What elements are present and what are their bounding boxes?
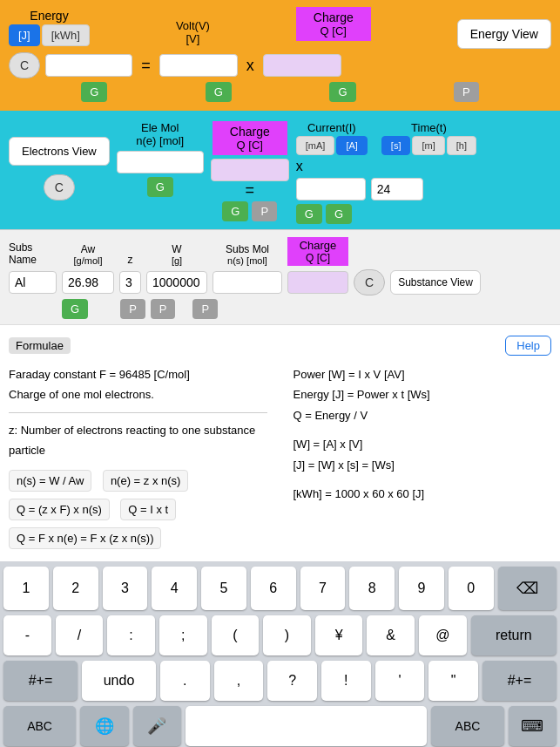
key-4[interactable]: 4 — [152, 567, 197, 610]
unit-kwh-btn[interactable]: [kWh] — [42, 24, 90, 46]
right-formula2: Energy [J] = Power x t [Ws] — [293, 384, 552, 404]
eq-sign: = — [141, 57, 151, 75]
key-yen[interactable]: ¥ — [315, 615, 363, 655]
time-s-btn[interactable]: [s] — [381, 136, 411, 155]
subs-name-input[interactable] — [9, 271, 57, 294]
key-5[interactable]: 5 — [201, 567, 246, 610]
key-comma[interactable]: , — [214, 661, 264, 701]
formula5: Q = F x n(e) = F x (z x n(s)) — [9, 527, 161, 549]
electrons-c-button[interactable]: C — [44, 174, 75, 200]
globe-button[interactable]: 🌐 — [80, 706, 128, 746]
subs-charge-label: Charge — [294, 239, 341, 252]
key-colon[interactable]: : — [107, 615, 155, 655]
ele-mol-unit: n(e) [mol] — [136, 134, 184, 147]
electrons-right-g-button[interactable]: G — [296, 204, 322, 224]
abc-left-button[interactable]: ABC — [3, 706, 76, 746]
hash-plus-equal-right[interactable]: #+= — [482, 661, 557, 701]
subs-name-header: Subs Name — [9, 241, 37, 266]
substance-section: Subs Name Aw [g/mol] z W [g] Subs Mol n(… — [0, 229, 560, 324]
energy-c-button[interactable]: C — [9, 52, 40, 78]
ele-mol-input[interactable] — [117, 151, 204, 173]
key-close-paren[interactable]: ) — [263, 615, 311, 655]
key-0[interactable]: 0 — [449, 567, 494, 610]
key-minus[interactable]: - — [3, 615, 51, 655]
formulae-left: Faraday constant F = 96485 [C/mol] Charg… — [9, 364, 267, 551]
current-a-btn[interactable]: [A] — [336, 136, 367, 155]
keyboard-row1: 1 2 3 4 5 6 7 8 9 0 ⌫ — [3, 567, 557, 610]
formulae-right: Power [W] = I x V [AV] Energy [J] = Powe… — [276, 364, 552, 551]
subs-p1-button[interactable]: P — [120, 299, 145, 319]
help-button[interactable]: Help — [505, 336, 551, 356]
key-7[interactable]: 7 — [300, 567, 346, 610]
key-period[interactable]: . — [160, 661, 210, 701]
space-bar[interactable] — [186, 706, 427, 746]
mic-button[interactable]: 🎤 — [133, 706, 181, 746]
key-apostrophe[interactable]: ' — [375, 661, 425, 701]
key-2[interactable]: 2 — [53, 567, 98, 610]
formula3: Q = (z x F) x n(s) — [9, 499, 110, 520]
aw-header: Aw — [62, 243, 114, 255]
time-h-btn[interactable]: [h] — [447, 136, 476, 155]
charge-g-button[interactable]: G — [222, 201, 248, 221]
charge-label: Charge — [314, 10, 354, 24]
electrons-charge-input[interactable] — [211, 159, 289, 181]
energy-view-button[interactable]: Energy View — [457, 19, 551, 49]
energy-p-button[interactable]: P — [454, 82, 479, 102]
electrons-section: Electrons View C Ele Mol n(e) [mol] G Ch… — [0, 111, 560, 229]
energy-g3-button[interactable]: G — [329, 82, 355, 102]
subs-mol-input[interactable] — [213, 271, 282, 294]
subs-g-button[interactable]: G — [62, 299, 88, 319]
electrons-charge-label: Charge — [230, 125, 270, 139]
key-question[interactable]: ? — [267, 661, 317, 701]
keyboard-row3: #+= undo . , ? ! ' " #+= — [3, 661, 557, 701]
key-undo[interactable]: undo — [82, 661, 156, 701]
electrons-charge-unit: Q [C] — [230, 139, 270, 152]
time-label: Time(t) — [411, 121, 447, 134]
key-1[interactable]: 1 — [3, 567, 49, 610]
energy-input-2[interactable] — [159, 54, 238, 77]
key-semicolon[interactable]: ; — [159, 615, 207, 655]
w-input[interactable] — [146, 271, 207, 294]
electrons-right-g2-button[interactable]: G — [326, 204, 352, 224]
substance-view-button[interactable]: Substance View — [390, 270, 481, 295]
unit-j-btn[interactable]: [J] — [9, 24, 40, 46]
electrons-view-button[interactable]: Electrons View — [9, 137, 110, 166]
charge-p-button[interactable]: P — [252, 201, 277, 221]
key-open-paren[interactable]: ( — [212, 615, 260, 655]
energy-g2-button[interactable]: G — [206, 82, 232, 102]
key-8[interactable]: 8 — [349, 567, 395, 610]
subs-p2-button[interactable]: P — [151, 299, 176, 319]
key-9[interactable]: 9 — [399, 567, 444, 610]
subs-charge-input[interactable] — [287, 271, 348, 294]
current-input[interactable] — [296, 178, 366, 200]
time-input[interactable] — [371, 178, 423, 200]
delete-key[interactable]: ⌫ — [498, 567, 557, 610]
key-at[interactable]: @ — [419, 615, 467, 655]
energy-input-1[interactable] — [45, 54, 132, 77]
key-exclaim[interactable]: ! — [321, 661, 371, 701]
key-6[interactable]: 6 — [251, 567, 296, 610]
w-header: W — [146, 243, 207, 255]
key-slash[interactable]: / — [56, 615, 104, 655]
aw-input[interactable] — [62, 271, 114, 294]
z-input[interactable] — [119, 271, 141, 294]
charge-mol-line: Charge of one mol electrons. — [9, 384, 267, 404]
key-quote[interactable]: " — [428, 661, 478, 701]
substance-c-button[interactable]: C — [354, 269, 385, 295]
key-3[interactable]: 3 — [103, 567, 148, 610]
keyboard-icon-button[interactable]: ⌨ — [509, 706, 557, 746]
subs-p3-button[interactable]: P — [192, 299, 218, 319]
energy-g1-button[interactable]: G — [81, 82, 107, 102]
w-unit-header: [g] — [146, 255, 207, 266]
ele-mol-g-button[interactable]: G — [147, 177, 173, 197]
key-ampersand[interactable]: & — [367, 615, 415, 655]
hash-plus-equal-left[interactable]: #+= — [3, 661, 78, 701]
right-formula1: Power [W] = I x V [AV] — [293, 364, 552, 384]
formula4: Q = I x t — [120, 499, 176, 520]
energy-input-3[interactable] — [263, 54, 341, 77]
current-ma-btn[interactable]: [mA] — [296, 136, 335, 155]
volt-label: Volt(V) — [176, 19, 210, 32]
return-key[interactable]: return — [471, 615, 557, 655]
abc-right-button[interactable]: ABC — [431, 706, 503, 746]
time-m-btn[interactable]: [m] — [412, 136, 444, 155]
